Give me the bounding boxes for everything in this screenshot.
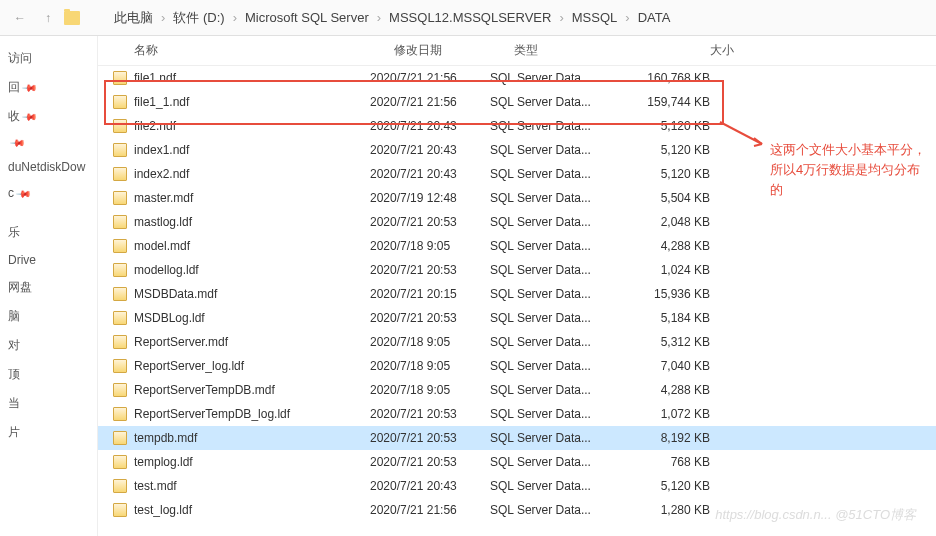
file-row[interactable]: file1_1.ndf2020/7/21 21:56SQL Server Dat… [98,90,936,114]
breadcrumb-segment[interactable]: Microsoft SQL Server [245,10,369,25]
sidebar-item[interactable]: 访问 [0,44,97,73]
database-file-icon [110,70,130,86]
database-file-icon [110,262,130,278]
file-row[interactable]: MSDBLog.ldf2020/7/21 20:53SQL Server Dat… [98,306,936,330]
file-size: 160,768 KB [620,71,710,85]
file-name-cell: index2.ndf [110,166,370,182]
database-file-icon [110,142,130,158]
sidebar-item-label: 当 [8,395,20,412]
file-date: 2020/7/21 21:56 [370,503,490,517]
file-row[interactable]: file1.ndf2020/7/21 21:56SQL Server Data.… [98,66,936,90]
file-date: 2020/7/21 20:43 [370,143,490,157]
file-name-cell: ReportServerTempDB.mdf [110,382,370,398]
back-button[interactable]: ← [8,6,32,30]
sidebar-item[interactable]: 当 [0,389,97,418]
database-file-icon [110,238,130,254]
file-name: ReportServerTempDB.mdf [134,383,275,397]
file-row[interactable]: test.mdf2020/7/21 20:43SQL Server Data..… [98,474,936,498]
breadcrumb[interactable]: 此电脑›软件 (D:)›Microsoft SQL Server›MSSQL12… [114,9,670,27]
file-type: SQL Server Data... [490,479,620,493]
sidebar-item[interactable]: 回📌 [0,73,97,102]
file-name: ReportServer.mdf [134,335,228,349]
file-size: 2,048 KB [620,215,710,229]
up-button[interactable]: ↑ [36,6,60,30]
file-name-cell: master.mdf [110,190,370,206]
file-name-cell: file1_1.ndf [110,94,370,110]
sidebar-item[interactable]: duNetdiskDow [0,154,97,180]
header-type[interactable]: 类型 [514,42,644,59]
file-name: file1_1.ndf [134,95,189,109]
file-name-cell: ReportServerTempDB_log.ldf [110,406,370,422]
file-row[interactable]: tempdb.mdf2020/7/21 20:53SQL Server Data… [98,426,936,450]
file-size: 5,504 KB [620,191,710,205]
file-name-cell: file1.ndf [110,70,370,86]
sidebar-item-label: 访问 [8,50,32,67]
sidebar-item[interactable] [0,206,97,218]
file-type: SQL Server Data... [490,311,620,325]
pin-icon: 📌 [16,185,32,201]
file-name-cell: index1.ndf [110,142,370,158]
file-type: SQL Server Data... [490,455,620,469]
sidebar-item[interactable]: 网盘 [0,273,97,302]
breadcrumb-segment[interactable]: DATA [638,10,671,25]
header-size[interactable]: 大小 [644,42,734,59]
file-row[interactable]: ReportServer_log.ldf2020/7/18 9:05SQL Se… [98,354,936,378]
file-type: SQL Server Data... [490,191,620,205]
file-date: 2020/7/18 9:05 [370,383,490,397]
file-date: 2020/7/21 21:56 [370,71,490,85]
file-date: 2020/7/18 9:05 [370,335,490,349]
sidebar-item[interactable]: c📌 [0,180,97,206]
file-row[interactable]: mastlog.ldf2020/7/21 20:53SQL Server Dat… [98,210,936,234]
database-file-icon [110,358,130,374]
sidebar-item[interactable]: 片 [0,418,97,447]
file-type: SQL Server Data... [490,119,620,133]
file-name: master.mdf [134,191,193,205]
file-pane: 名称 修改日期 类型 大小 file1.ndf2020/7/21 21:56SQ… [98,36,936,536]
database-file-icon [110,502,130,518]
file-row[interactable]: ReportServerTempDB.mdf2020/7/18 9:05SQL … [98,378,936,402]
file-name-cell: ReportServer_log.ldf [110,358,370,374]
file-row[interactable]: MSDBData.mdf2020/7/21 20:15SQL Server Da… [98,282,936,306]
file-name: tempdb.mdf [134,431,197,445]
sidebar-item[interactable]: 对 [0,331,97,360]
file-name-cell: MSDBLog.ldf [110,310,370,326]
toolbar: ← ↑ 此电脑›软件 (D:)›Microsoft SQL Server›MSS… [0,0,936,36]
file-name-cell: mastlog.ldf [110,214,370,230]
file-row[interactable]: ReportServerTempDB_log.ldf2020/7/21 20:5… [98,402,936,426]
sidebar-item[interactable]: 收📌 [0,102,97,131]
file-row[interactable]: model.mdf2020/7/18 9:05SQL Server Data..… [98,234,936,258]
chevron-right-icon: › [559,10,563,25]
file-type: SQL Server Data... [490,287,620,301]
header-name[interactable]: 名称 [134,42,394,59]
file-name: MSDBData.mdf [134,287,217,301]
file-row[interactable]: templog.ldf2020/7/21 20:53SQL Server Dat… [98,450,936,474]
database-file-icon [110,214,130,230]
database-file-icon [110,334,130,350]
breadcrumb-segment[interactable]: 此电脑 [114,9,153,27]
database-file-icon [110,94,130,110]
pin-icon: 📌 [10,134,26,150]
file-row[interactable]: file2.ndf2020/7/21 20:43SQL Server Data.… [98,114,936,138]
sidebar-item[interactable]: Drive [0,247,97,273]
file-row[interactable]: ReportServer.mdf2020/7/18 9:05SQL Server… [98,330,936,354]
breadcrumb-segment[interactable]: 软件 (D:) [173,9,224,27]
file-row[interactable]: modellog.ldf2020/7/21 20:53SQL Server Da… [98,258,936,282]
file-type: SQL Server Data... [490,359,620,373]
file-date: 2020/7/21 20:53 [370,455,490,469]
chevron-right-icon: › [625,10,629,25]
sidebar-item-label: 片 [8,424,20,441]
file-name-cell: test.mdf [110,478,370,494]
file-name-cell: test_log.ldf [110,502,370,518]
file-type: SQL Server Data... [490,503,620,517]
breadcrumb-segment[interactable]: MSSQL [572,10,618,25]
breadcrumb-segment[interactable]: MSSQL12.MSSQLSERVER [389,10,551,25]
column-headers[interactable]: 名称 修改日期 类型 大小 [98,36,936,66]
sidebar-item[interactable]: 📌 [0,131,97,154]
sidebar-item[interactable]: 脑 [0,302,97,331]
sidebar-item[interactable]: 顶 [0,360,97,389]
file-type: SQL Server Data... [490,167,620,181]
sidebar-item[interactable]: 乐 [0,218,97,247]
header-date[interactable]: 修改日期 [394,42,514,59]
database-file-icon [110,478,130,494]
sidebar-item-label: 对 [8,337,20,354]
